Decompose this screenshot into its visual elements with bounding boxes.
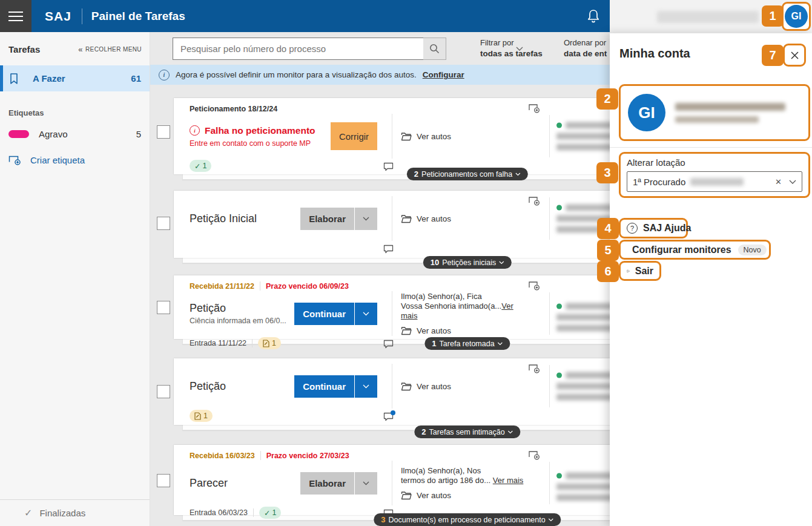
- comment-icon[interactable]: [383, 245, 394, 254]
- group-pill-tarefa-retomada[interactable]: 1 Tarefa retomada: [424, 337, 510, 350]
- task-subtitle: Ciência informada em 06/0...: [190, 317, 286, 325]
- add-label-icon[interactable]: [528, 450, 540, 460]
- status-dot: [556, 473, 562, 479]
- elaborar-split-button[interactable]: Elaborar: [300, 472, 377, 495]
- tag-label: Agravo: [39, 129, 136, 139]
- ver-autos-button[interactable]: Ver autos: [401, 491, 528, 500]
- create-tag-button[interactable]: Criar etiqueta: [0, 147, 150, 173]
- document-edit-icon: [263, 340, 269, 347]
- group-pill-tarefas-sem-intimacao[interactable]: 2 Tarefas sem intimação: [414, 426, 520, 438]
- account-avatar-button[interactable]: GI: [782, 2, 811, 31]
- draft-count-badge: 1: [190, 410, 213, 422]
- group-pill-peticoes-iniciais[interactable]: 10 Petições iniciais: [423, 256, 512, 269]
- task-checkbox[interactable]: [157, 385, 170, 398]
- ver-autos-button[interactable]: Ver autos: [401, 326, 528, 335]
- configurar-monitores-menu-item[interactable]: Configurar monitores Novo: [619, 240, 771, 260]
- comment-icon[interactable]: [383, 340, 394, 349]
- collapse-menu-button[interactable]: « RECOLHER MENU: [78, 45, 142, 54]
- ver-autos-button[interactable]: Ver autos: [401, 132, 528, 141]
- elaborar-split-button[interactable]: Elaborar: [300, 208, 377, 230]
- callout-2: 2: [596, 88, 618, 110]
- help-icon: ?: [627, 223, 638, 234]
- document-edit-icon: [194, 412, 201, 420]
- comment-icon[interactable]: [383, 162, 394, 171]
- create-tag-label: Criar etiqueta: [30, 155, 85, 165]
- ver-autos-button[interactable]: Ver autos: [401, 382, 528, 391]
- close-panel-button[interactable]: [783, 44, 806, 67]
- comment-icon-with-notification[interactable]: [383, 412, 394, 421]
- sair-menu-item[interactable]: Sair: [619, 261, 661, 281]
- redacted-user-name: [675, 103, 785, 123]
- finalizadas-button[interactable]: ✓ Finalizadas: [0, 499, 150, 526]
- stacked-cards-edge: [182, 258, 610, 263]
- continuar-split-button[interactable]: Continuar: [294, 375, 377, 398]
- task-title: Parecer: [190, 477, 228, 490]
- sidebar-item-label: A Fazer: [33, 73, 131, 84]
- task-checkbox[interactable]: [157, 125, 170, 139]
- clear-icon[interactable]: ✕: [775, 177, 782, 186]
- continuar-split-button[interactable]: Continuar: [294, 303, 377, 325]
- task-checkbox[interactable]: [157, 217, 170, 230]
- task-checkbox[interactable]: [157, 474, 170, 487]
- novo-badge: Novo: [738, 245, 767, 255]
- hamburger-menu-icon[interactable]: [0, 0, 31, 32]
- callout-4: 4: [597, 218, 619, 239]
- divider: [260, 281, 260, 291]
- avatar: GI: [785, 5, 808, 28]
- ver-mais-link[interactable]: Ver mais: [493, 476, 524, 485]
- corrigir-button[interactable]: Corrigir: [331, 122, 377, 150]
- error-subtitle: Entre em contato com o suporte MP: [190, 139, 315, 148]
- divider: [253, 508, 254, 517]
- callout-7: 7: [762, 45, 784, 66]
- sidebar-tag-agravo[interactable]: Agravo 5: [0, 121, 150, 147]
- callout-1: 1: [762, 5, 784, 27]
- divider: [549, 292, 550, 335]
- chevron-down-icon: [499, 261, 504, 265]
- collapse-menu-label: RECOLHER MENU: [85, 46, 142, 53]
- chevron-down-icon[interactable]: [789, 180, 796, 184]
- due-date: Prazo vencido 27/03/23: [266, 452, 349, 460]
- divider: [392, 114, 392, 159]
- redacted-process-info: [556, 368, 610, 405]
- tag-color-swatch: [8, 130, 29, 138]
- logout-icon: [627, 266, 630, 276]
- group-pill-peticionamentos-falha[interactable]: 2 Peticionamentos com falha: [407, 168, 528, 180]
- task-card-peticao: Recebida 21/11/22 Prazo vencido 06/09/23…: [174, 275, 610, 339]
- task-card-peticionamento: Peticionamento 18/12/24 i Falha no petic…: [174, 98, 610, 174]
- search-input[interactable]: [173, 38, 431, 60]
- profile-card[interactable]: GI: [619, 84, 810, 141]
- search-icon: [429, 44, 440, 54]
- finalizadas-label: Finalizadas: [39, 508, 85, 518]
- status-dot: [556, 304, 562, 309]
- add-label-icon[interactable]: [528, 104, 540, 113]
- callout-3: 3: [596, 162, 618, 183]
- sidebar: Tarefas « RECOLHER MENU A Fazer 61 Etiqu…: [0, 32, 150, 526]
- callout-5: 5: [597, 240, 619, 261]
- notifications-bell-icon[interactable]: [586, 8, 601, 25]
- banner-configurar-link[interactable]: Configurar: [423, 70, 464, 79]
- divider: [549, 197, 550, 240]
- chevron-down-icon[interactable]: [516, 47, 523, 51]
- status-dot: [556, 123, 562, 128]
- saj-ajuda-menu-item[interactable]: ? SAJ Ajuda: [619, 218, 688, 238]
- add-label-icon[interactable]: [528, 281, 540, 291]
- task-title: Petição Inicial: [190, 212, 257, 225]
- search-button[interactable]: [423, 38, 446, 60]
- allocation-value: 1ª Procurado: [633, 177, 685, 187]
- folder-icon: [401, 326, 412, 335]
- divider: [260, 451, 261, 460]
- sidebar-item-a-fazer[interactable]: A Fazer 61: [0, 65, 150, 91]
- ver-autos-button[interactable]: Ver autos: [401, 214, 528, 223]
- intimation-preview: Ilmo(a) Senhor(a), Nos termos do artigo …: [401, 466, 528, 485]
- allocation-select[interactable]: 1ª Procurado ✕: [627, 171, 802, 192]
- task-checkbox[interactable]: [157, 301, 170, 314]
- info-icon: i: [159, 70, 170, 81]
- draft-count-badge: 1: [258, 337, 281, 349]
- redacted-process-info: [556, 118, 610, 155]
- folder-icon: [401, 382, 412, 391]
- task-title: Petição: [190, 380, 226, 393]
- group-pill-documentos-peticionamento[interactable]: 3 Documento(s) em processo de peticionam…: [374, 513, 561, 526]
- filter-dropdown[interactable]: Filtrar por todas as tarefas: [480, 38, 543, 59]
- check-icon: ✓: [24, 507, 32, 519]
- sort-dropdown[interactable]: Ordenar por data de ent: [564, 38, 607, 59]
